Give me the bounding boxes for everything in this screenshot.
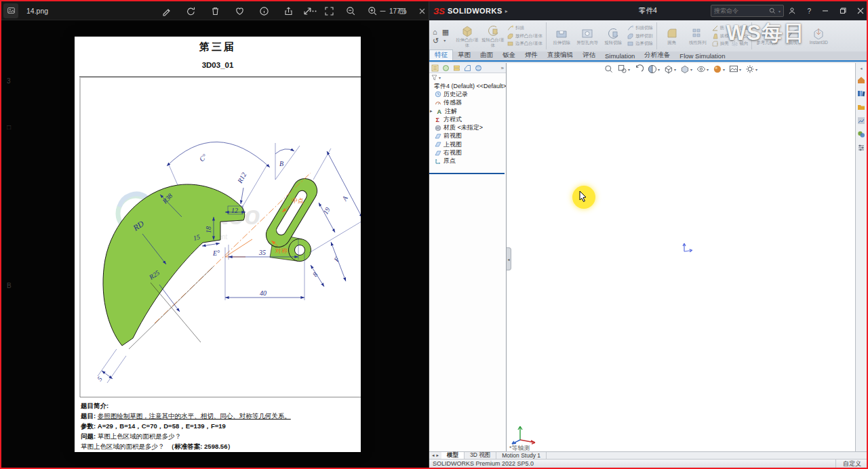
viewer-app-icon[interactable] — [3, 3, 18, 18]
file-explorer-icon[interactable] — [857, 102, 866, 111]
section-view-icon[interactable]: ▾ — [648, 64, 660, 74]
tree-item-right-plane[interactable]: 右视图 — [429, 148, 506, 157]
propertymanager-tab-icon[interactable] — [442, 64, 450, 72]
hide-show-items-icon[interactable]: ▾ — [696, 64, 709, 74]
command-search[interactable]: ▾ — [711, 5, 784, 17]
search-caret-icon[interactable]: ▾ — [778, 9, 781, 14]
tree-item-origin[interactable]: 原点 — [429, 157, 506, 165]
home-icon[interactable]: ⌂ — [433, 28, 437, 35]
rotate-icon[interactable] — [186, 6, 196, 16]
rollback-bar[interactable] — [429, 173, 505, 174]
motion-study-tab[interactable]: Motion Study 1 — [496, 452, 547, 459]
rebuild-icon[interactable]: ↺ — [433, 37, 439, 44]
panel-collapse-handle[interactable]: ◂ — [507, 247, 511, 270]
tree-item-top-plane[interactable]: 上视图 — [429, 140, 506, 148]
view-orientation-icon[interactable]: ▾ — [664, 64, 676, 74]
configurationmanager-tab-icon[interactable] — [453, 64, 460, 72]
wrap-item[interactable]: 包覆 — [732, 25, 749, 31]
graphics-area[interactable]: ▾ ▾ ▾ ▾ ▾ ▾ ▾ ▾ — [507, 63, 855, 451]
account-icon[interactable] — [788, 7, 796, 15]
zoom-out-icon[interactable] — [346, 6, 356, 16]
flyout-expand-icon[interactable]: » — [501, 65, 504, 71]
view-palette-icon[interactable] — [857, 116, 866, 125]
displaymanager-tab-icon[interactable] — [475, 64, 482, 72]
edit-appearance-icon[interactable]: ▾ — [713, 64, 725, 74]
extruded-cut-button[interactable]: 拉伸切除 — [549, 27, 574, 45]
hole-wizard-button[interactable]: 异型孔向导 — [574, 27, 600, 45]
ribbon-tab-sketch[interactable]: 草图 — [453, 50, 475, 60]
zoom-to-area-icon[interactable]: ▾ — [618, 64, 630, 74]
fullscreen-icon[interactable] — [302, 6, 313, 16]
boundary-cut-item[interactable]: 边界切除 — [627, 41, 653, 47]
sw-restore-icon[interactable] — [840, 7, 846, 14]
viewer-maximize-icon[interactable] — [399, 7, 406, 15]
ribbon-tab-analysis-prep[interactable]: 分析准备 — [639, 50, 675, 60]
rib-item[interactable]: 筋 — [712, 25, 729, 31]
ribbon-tab-direct-editing[interactable]: 直接编辑 — [542, 50, 578, 60]
favorite-icon[interactable] — [235, 6, 245, 16]
edit-icon[interactable] — [161, 6, 172, 16]
boundary-boss-item[interactable]: 边界凸台/基体 — [507, 41, 542, 47]
viewer-minimize-icon[interactable] — [379, 7, 387, 15]
tree-filter[interactable]: ▾ — [429, 73, 506, 82]
ribbon-tab-weldments[interactable]: 焊件 — [520, 50, 542, 60]
ribbon-tab-evaluate[interactable]: 评估 — [578, 50, 600, 60]
design-library-icon[interactable] — [857, 89, 866, 98]
help-icon[interactable]: ? — [807, 7, 811, 15]
ribbon-tab-surfaces[interactable]: 曲面 — [475, 50, 498, 60]
curves-button[interactable]: 曲线 — [780, 27, 806, 45]
mirror-item[interactable]: 镜向 — [732, 41, 749, 47]
featuremanager-tab-icon[interactable] — [431, 64, 439, 72]
draft-item[interactable]: 拔模 — [712, 33, 729, 39]
swept-cut-item[interactable]: 扫描切除 — [627, 25, 653, 31]
revolved-boss-button[interactable]: 旋转凸台/基体 — [480, 24, 506, 47]
options-grid-icon[interactable]: ▦ — [442, 28, 449, 35]
zoom-to-fit-icon[interactable] — [604, 64, 614, 74]
tree-item-equations[interactable]: Σ 方程式 — [429, 115, 506, 123]
lofted-boss-item[interactable]: 放样凸台/基体 — [507, 33, 542, 39]
apply-scene-icon[interactable]: ▾ — [729, 64, 741, 74]
delete-icon[interactable] — [210, 6, 220, 16]
tab-scroll-left-icon[interactable]: ◂ — [432, 453, 435, 458]
tree-item-front-plane[interactable]: 前视图 — [429, 132, 506, 140]
view-settings-icon[interactable]: ▾ — [745, 64, 757, 74]
viewer-close-icon[interactable] — [418, 7, 426, 15]
tree-item-material[interactable]: 材质 <未指定> — [429, 123, 506, 131]
tree-root-part[interactable]: 零件4 (Default) <<Default>_PH — [429, 82, 506, 90]
tree-item-sensors[interactable]: 传感器 — [429, 99, 506, 107]
tree-item-history[interactable]: 历史记录 — [429, 90, 506, 98]
ribbon-tab-simulation[interactable]: Simulation — [600, 52, 639, 60]
dimxpertmanager-tab-icon[interactable] — [464, 64, 471, 72]
custom-properties-icon[interactable] — [857, 143, 866, 152]
expand-arrow-icon[interactable]: ▸ — [430, 108, 434, 114]
swept-boss-item[interactable]: 扫描 — [507, 25, 542, 31]
tree-item-annotations[interactable]: ▸ A 注解 — [429, 107, 506, 115]
sw-resources-icon[interactable] — [857, 75, 866, 84]
qa-caret-icon[interactable]: ▾ — [443, 37, 446, 44]
info-icon[interactable] — [259, 6, 269, 16]
3d-views-tab[interactable]: 3D 视图 — [465, 452, 496, 459]
taskpane-collapse-icon[interactable]: ◂ — [860, 66, 862, 70]
ribbon-tab-sheet-metal[interactable]: 钣金 — [498, 50, 520, 60]
solidworks-logo[interactable]: ЗS SOLIDWORKS ▸ — [433, 6, 508, 16]
customize-link[interactable]: 自定义 — [835, 460, 861, 468]
share-icon[interactable] — [283, 6, 294, 16]
model-tab[interactable]: 模型 — [441, 452, 465, 459]
sw-close-icon[interactable] — [857, 7, 864, 14]
fillet-button[interactable]: 圆角 — [659, 27, 685, 45]
fit-to-window-icon[interactable] — [324, 6, 334, 16]
shell-item[interactable]: 抽壳 — [712, 41, 729, 47]
instant3d-button[interactable]: Instant3D — [806, 27, 831, 45]
ribbon-tab-features[interactable]: 特征 — [429, 49, 453, 60]
sw-minimize-icon[interactable] — [822, 7, 829, 14]
search-input[interactable] — [714, 7, 766, 14]
linear-pattern-button[interactable]: 线性阵列 — [685, 27, 711, 45]
display-style-icon[interactable]: ▾ — [680, 64, 692, 74]
extruded-boss-button[interactable]: 拉伸凸台/基体 — [454, 24, 480, 47]
previous-view-icon[interactable] — [634, 64, 644, 74]
tab-scroll-right-icon[interactable]: ▸ — [437, 453, 439, 458]
lofted-cut-item[interactable]: 放样切割 — [627, 33, 653, 39]
intersect-item[interactable]: 相交 — [732, 33, 749, 39]
appearances-icon[interactable] — [857, 129, 866, 138]
menu-expand-icon[interactable]: ▸ — [505, 8, 508, 14]
